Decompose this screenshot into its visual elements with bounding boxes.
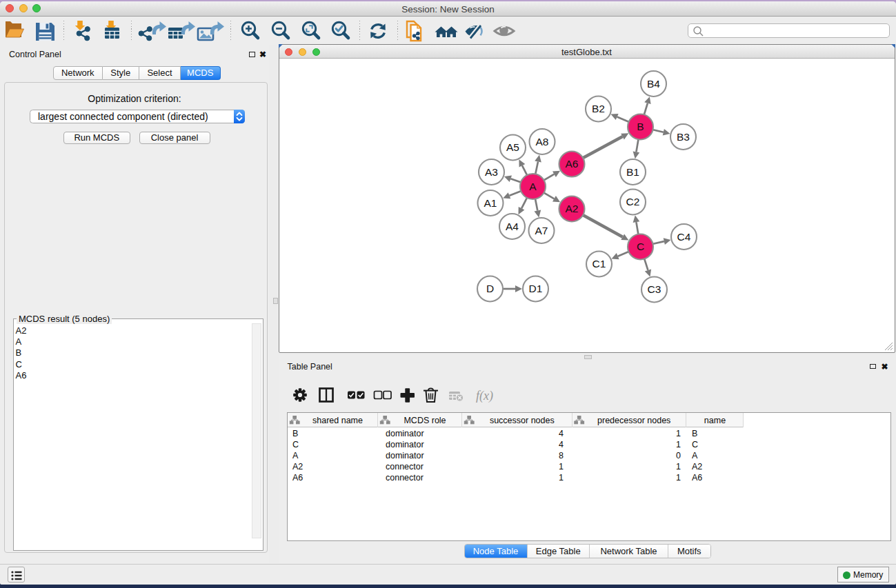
svg-text:A4: A4: [506, 220, 519, 232]
svg-text:A: A: [529, 180, 537, 192]
svg-text:name: name: [704, 416, 726, 425]
svg-text:A7: A7: [535, 224, 548, 236]
svg-text:D: D: [486, 283, 493, 294]
svg-text:A8: A8: [535, 135, 548, 147]
svg-text:f(x): f(x): [476, 388, 493, 403]
svg-text:B1: B1: [626, 165, 639, 177]
svg-text:MCDS role: MCDS role: [404, 416, 446, 425]
svg-text:B3: B3: [677, 130, 690, 142]
svg-text:D1: D1: [528, 283, 542, 294]
svg-text:predecessor nodes: predecessor nodes: [597, 416, 670, 425]
svg-text:C2: C2: [626, 196, 639, 207]
svg-text:B2: B2: [592, 103, 605, 114]
svg-text:B4: B4: [647, 77, 660, 89]
svg-text:successor nodes: successor nodes: [490, 416, 555, 425]
svg-text:shared name: shared name: [312, 416, 363, 425]
svg-text:C4: C4: [677, 230, 690, 242]
svg-text:B: B: [637, 121, 644, 132]
svg-text:C3: C3: [647, 283, 661, 295]
svg-text:A2: A2: [565, 203, 578, 214]
svg-text:C1: C1: [592, 258, 606, 270]
svg-text:A6: A6: [565, 158, 578, 170]
svg-text:A3: A3: [485, 165, 498, 177]
svg-text:C: C: [636, 241, 644, 252]
svg-text:A1: A1: [484, 196, 497, 208]
svg-text:A5: A5: [506, 141, 519, 153]
